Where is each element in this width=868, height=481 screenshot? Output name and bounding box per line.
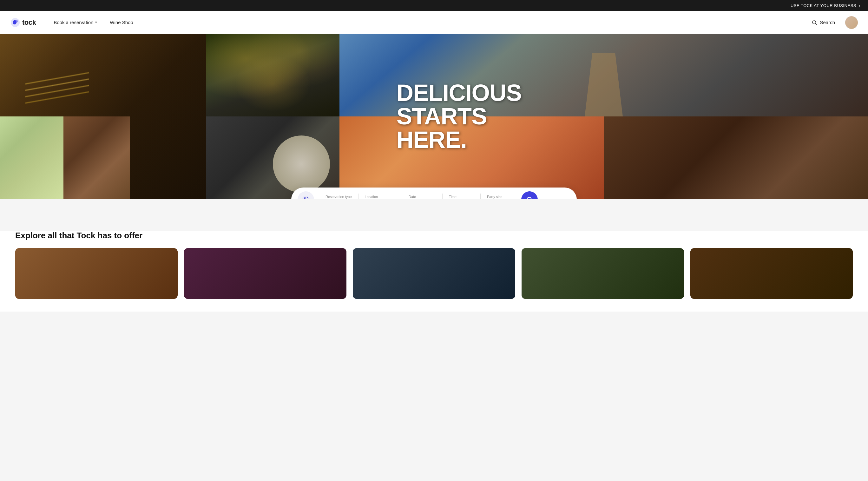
svg-point-1: [15, 20, 18, 23]
search-bar: Reservation type Dine in ▾ Location Toro…: [291, 187, 577, 199]
hero-photo-grid: [0, 34, 868, 199]
top-banner-arrow: ›: [859, 3, 860, 8]
search-submit-icon: [526, 196, 533, 199]
party-size-label: Party size: [487, 195, 513, 199]
tock-logo-icon: [10, 18, 20, 28]
avatar-image: [845, 16, 858, 29]
svg-line-3: [816, 24, 817, 25]
search-icon: [811, 20, 817, 25]
top-banner-text: USE TOCK AT YOUR BUSINESS: [790, 3, 856, 8]
date-field[interactable]: Date Sun, Jan 1 ▾: [402, 193, 442, 199]
hero-photo-winery: [63, 116, 130, 199]
time-field[interactable]: Time Now ▾: [442, 193, 480, 199]
navbar: tock Book a reservation ▾ Wine Shop Sear…: [0, 11, 868, 34]
plate-detail: [273, 136, 330, 192]
date-label: Date: [409, 195, 436, 199]
chevron-down-icon: ▾: [95, 20, 97, 24]
explore-section: Explore all that Tock has to offer: [0, 231, 868, 311]
top-banner[interactable]: USE TOCK AT YOUR BUSINESS ›: [0, 0, 868, 11]
time-label: Time: [449, 195, 474, 199]
search-bar-container: Reservation type Dine in ▾ Location Toro…: [291, 187, 577, 199]
svg-point-2: [812, 21, 816, 24]
svg-point-5: [527, 197, 531, 199]
hero-photo-cocktail: [0, 116, 63, 199]
nav-book-reservation[interactable]: Book a reservation ▾: [49, 17, 102, 28]
location-label: Location: [365, 195, 396, 199]
hero-section: DELICIOUS STARTS HERE. Reservation type …: [0, 34, 868, 199]
explore-card-3[interactable]: [353, 248, 515, 299]
explore-card-5[interactable]: [690, 248, 853, 299]
hero-photo-right-bottom: [339, 116, 868, 199]
explore-cards: [15, 248, 853, 299]
nav-links: Book a reservation ▾ Wine Shop: [49, 17, 806, 28]
reservation-icon: [298, 191, 314, 199]
fork-knife-icon: [301, 195, 310, 199]
hero-photo-stone-building: [339, 34, 868, 116]
reservation-type-label: Reservation type: [326, 195, 352, 199]
nav-wine-shop[interactable]: Wine Shop: [105, 17, 138, 28]
explore-card-4[interactable]: [522, 248, 684, 299]
hero-photo-plate: [206, 116, 339, 199]
hero-photo-barrels: [604, 116, 868, 199]
explore-card-2[interactable]: [184, 248, 346, 299]
explore-title: Explore all that Tock has to offer: [15, 231, 853, 241]
nav-right: Search: [806, 16, 858, 29]
logo[interactable]: tock: [10, 18, 36, 28]
building-door-detail: [585, 53, 623, 116]
search-submit-button[interactable]: [521, 191, 538, 199]
party-size-field[interactable]: Party size 2 guests ▾: [480, 193, 519, 199]
explore-card-1[interactable]: [15, 248, 178, 299]
hero-photo-outdoor: [206, 34, 339, 116]
search-button[interactable]: Search: [806, 17, 840, 28]
location-field[interactable]: Location Toronto, ON ▾: [359, 193, 402, 199]
reservation-type-field[interactable]: Reservation type Dine in ▾: [319, 193, 359, 199]
outdoor-lights: [206, 34, 339, 116]
logo-text: tock: [22, 19, 36, 27]
svg-point-4: [302, 196, 310, 199]
hero-photo-burger: [339, 116, 604, 199]
user-avatar[interactable]: [845, 16, 858, 29]
